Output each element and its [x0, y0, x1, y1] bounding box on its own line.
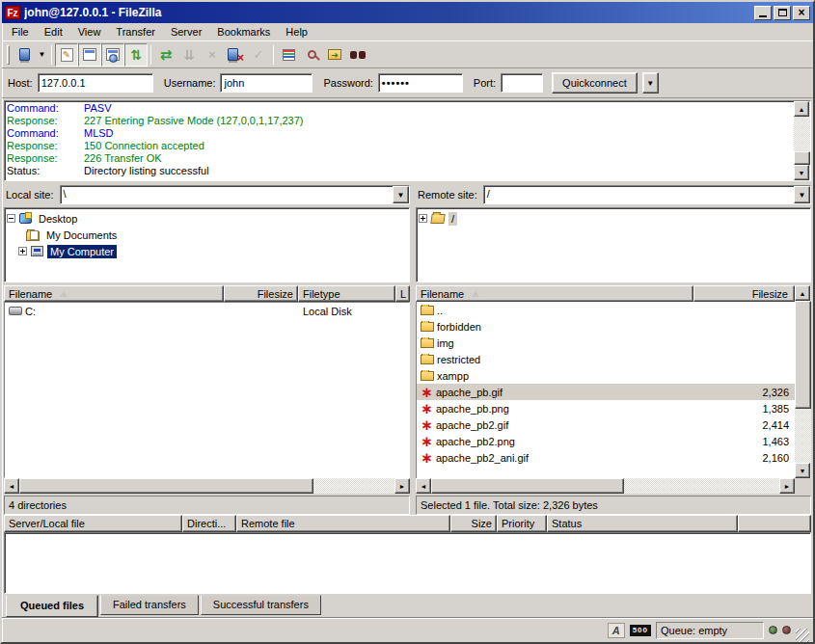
scroll-left-icon[interactable]: ◄ [416, 478, 431, 494]
cancel-operation-button[interactable]: × [201, 43, 224, 67]
menu-server[interactable]: Server [163, 24, 209, 40]
remote-file-list[interactable]: .. forbidden img restricted xampp ∗apach… [416, 302, 795, 478]
scrollbar-track[interactable] [313, 478, 394, 494]
scroll-right-icon[interactable]: ► [779, 478, 795, 494]
scroll-down-icon[interactable]: ▼ [794, 165, 809, 180]
tree-item-my-documents[interactable]: My Documents [7, 227, 407, 243]
remote-file-row[interactable]: xampp [417, 367, 795, 384]
toggle-local-tree-button[interactable] [78, 43, 101, 67]
scrollbar-thumb[interactable] [19, 478, 313, 494]
toggle-message-log-button[interactable]: ✎ [55, 43, 78, 67]
queue-column-size[interactable]: Size [450, 515, 497, 532]
disconnect-button[interactable]: × [224, 43, 247, 67]
tab-failed-transfers[interactable]: Failed transfers [100, 595, 199, 615]
remote-file-row[interactable]: ∗apache_pb2_ani.gif2,160 [417, 449, 795, 466]
local-tree[interactable]: Desktop My Documents My Computer [4, 207, 410, 282]
tab-queued-files[interactable]: Queued files [6, 595, 98, 617]
username-input[interactable]: john [220, 73, 312, 93]
local-horizontal-scrollbar[interactable]: ◄ ► [4, 478, 410, 494]
queue-column-priority[interactable]: Priority [497, 515, 547, 532]
tree-item-root[interactable]: / [419, 210, 808, 227]
scroll-up-icon[interactable]: ▲ [795, 285, 810, 301]
toggle-remote-tree-button[interactable] [101, 43, 124, 67]
remote-site-combo[interactable]: / ▼ [483, 185, 811, 204]
tree-item-desktop[interactable]: Desktop [7, 210, 407, 227]
queue-list[interactable] [4, 532, 811, 594]
message-log[interactable]: Command:PASV Response:227 Entering Passi… [5, 101, 794, 180]
remote-file-row[interactable]: ∗apache_pb2.png1,463 [417, 433, 795, 449]
remote-column-filename[interactable]: Filename [416, 285, 693, 302]
title-bar[interactable]: Fz john@127.0.0.1 - FileZilla × [2, 2, 813, 23]
host-input[interactable]: 127.0.0.1 [38, 73, 153, 93]
site-manager-button[interactable] [13, 43, 36, 67]
scrollbar-track[interactable] [624, 478, 779, 494]
local-column-filesize[interactable]: Filesize [224, 285, 298, 302]
remote-file-row-selected[interactable]: ∗apache_pb.gif2,326 [417, 384, 795, 400]
local-column-lastmodified[interactable]: L [395, 285, 410, 302]
menu-view[interactable]: View [70, 24, 109, 40]
quickconnect-button[interactable]: Quickconnect [552, 72, 638, 94]
queue-column-remote-file[interactable]: Remote file [236, 515, 450, 532]
scroll-up-icon[interactable]: ▲ [794, 101, 809, 117]
menu-help[interactable]: Help [278, 24, 315, 40]
port-input[interactable] [501, 73, 543, 93]
directory-comparison-button[interactable] [300, 43, 323, 67]
local-site-combo[interactable]: \ ▼ [60, 185, 410, 204]
remote-file-row[interactable]: ∗apache_pb.png1,385 [417, 400, 795, 416]
queue-column-status[interactable]: Status [547, 515, 738, 532]
menu-edit[interactable]: Edit [37, 24, 70, 40]
transfer-type-indicator[interactable]: A [608, 623, 625, 638]
remote-file-row[interactable]: restricted [417, 351, 795, 367]
password-input[interactable]: •••••• [378, 73, 463, 93]
chevron-down-icon[interactable]: ▼ [393, 186, 409, 203]
scrollbar-thumb[interactable] [794, 151, 810, 165]
local-site-value[interactable]: \ [61, 186, 393, 203]
site-manager-dropdown-button[interactable]: ▼ [36, 43, 48, 67]
remote-horizontal-scrollbar[interactable]: ◄ ► [416, 478, 795, 494]
collapse-icon[interactable] [7, 214, 15, 223]
refresh-button[interactable]: ⇄ [154, 43, 177, 67]
menu-file[interactable]: File [4, 24, 37, 40]
resize-grip-icon[interactable] [796, 629, 809, 642]
remote-file-row[interactable]: forbidden [417, 318, 795, 335]
local-file-list[interactable]: C: Local Disk [4, 302, 410, 478]
filter-button[interactable] [277, 43, 300, 67]
tab-successful-transfers[interactable]: Successful transfers [201, 595, 321, 615]
remote-tree[interactable]: / [416, 207, 811, 282]
queue-column-direction[interactable]: Directi... [182, 515, 236, 532]
scrollbar-thumb[interactable] [431, 478, 624, 494]
menu-bookmarks[interactable]: Bookmarks [209, 24, 278, 40]
remote-file-row[interactable]: ∗apache_pb2.gif2,414 [417, 416, 795, 433]
scrollbar-thumb[interactable] [795, 301, 811, 409]
synchronized-browsing-button[interactable]: ➔ [323, 43, 346, 67]
indicator-badge[interactable]: 500 [630, 625, 651, 636]
local-column-filetype[interactable]: Filetype [298, 285, 395, 302]
log-vertical-scrollbar[interactable]: ▲ ▼ [794, 101, 810, 180]
scroll-right-icon[interactable]: ► [394, 478, 410, 494]
toggle-queue-button[interactable]: ⇅ [124, 43, 148, 67]
remote-file-row[interactable]: .. [417, 302, 795, 318]
process-queue-button[interactable]: ⇊ [177, 43, 201, 67]
scroll-left-icon[interactable]: ◄ [4, 478, 19, 494]
local-column-filename[interactable]: Filename [4, 285, 224, 302]
expand-icon[interactable] [419, 214, 427, 223]
scroll-down-icon[interactable]: ▼ [795, 463, 810, 478]
remote-column-filesize[interactable]: Filesize [693, 285, 795, 302]
quickconnect-dropdown-button[interactable]: ▼ [642, 72, 659, 94]
scrollbar-track[interactable] [795, 409, 811, 463]
local-file-row[interactable]: C: Local Disk [5, 303, 409, 319]
chevron-down-icon[interactable]: ▼ [794, 186, 810, 203]
remote-vertical-scrollbar[interactable]: ▲ ▼ [795, 285, 811, 478]
tree-item-my-computer[interactable]: My Computer [7, 243, 407, 259]
scrollbar-track[interactable] [794, 117, 810, 151]
find-files-button[interactable] [346, 43, 369, 67]
remote-file-row[interactable]: img [417, 335, 795, 351]
reconnect-button[interactable]: ✓ [247, 43, 270, 67]
remote-site-value[interactable]: / [484, 186, 794, 203]
menu-transfer[interactable]: Transfer [108, 24, 163, 40]
expand-icon[interactable] [18, 247, 27, 255]
close-button[interactable]: × [793, 6, 810, 20]
minimize-button[interactable] [754, 6, 772, 20]
maximize-button[interactable] [774, 6, 791, 20]
queue-column-local-file[interactable]: Server/Local file [4, 515, 182, 532]
